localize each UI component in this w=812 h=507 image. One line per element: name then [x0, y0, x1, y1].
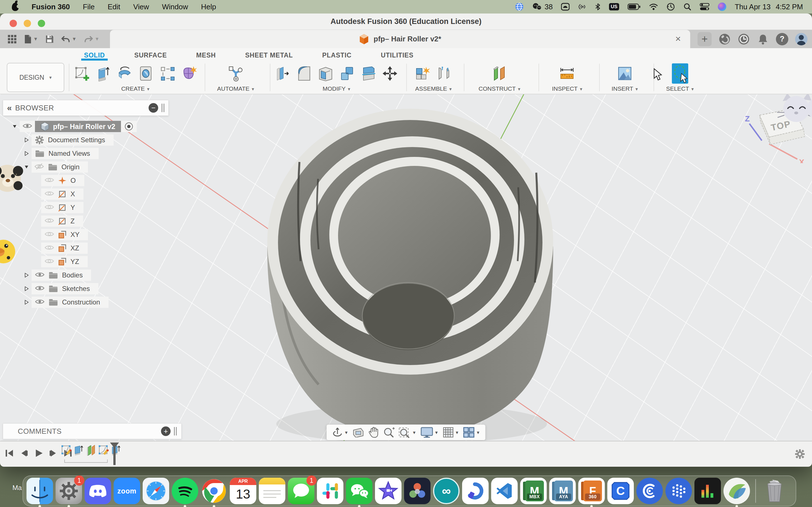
- menu-edit[interactable]: Edit: [108, 3, 120, 11]
- dock-zoom[interactable]: zoom: [114, 478, 140, 504]
- redo-icon[interactable]: ▼: [84, 35, 100, 43]
- zoom-icon[interactable]: [383, 427, 395, 438]
- add-comment-icon[interactable]: +: [161, 427, 170, 436]
- play-icon[interactable]: [34, 448, 43, 459]
- visibility-eye-icon[interactable]: [22, 123, 32, 130]
- tree-row-root[interactable]: pfp– Hair Roller v2: [3, 121, 137, 132]
- pan-hand-icon[interactable]: [368, 427, 379, 438]
- hotspot-icon[interactable]: [578, 3, 587, 11]
- comments-panel[interactable]: COMMENTS +: [3, 424, 182, 439]
- select-group-label[interactable]: SELECT: [666, 86, 694, 92]
- close-window-button[interactable]: [10, 20, 17, 27]
- measure-icon[interactable]: [559, 66, 575, 81]
- construct-group-label[interactable]: CONSTRUCT: [478, 86, 520, 92]
- insert-group-label[interactable]: INSERT: [612, 86, 638, 92]
- dock-maya[interactable]: MAYA: [549, 478, 576, 504]
- tree-row-document-settings[interactable]: Document Settings: [3, 134, 137, 146]
- extensions-icon[interactable]: [718, 33, 731, 45]
- dock-imovie[interactable]: [375, 478, 402, 504]
- collapse-panel-icon[interactable]: «: [7, 103, 11, 113]
- help-icon[interactable]: ?: [776, 33, 788, 45]
- extrude-icon[interactable]: [95, 66, 111, 81]
- profile-avatar[interactable]: [795, 33, 808, 45]
- disclosure-collapsed-icon[interactable]: [21, 151, 32, 156]
- dock-chrome[interactable]: [201, 478, 227, 504]
- feature-plane-icon[interactable]: [86, 444, 96, 458]
- dock-slack[interactable]: [317, 478, 343, 504]
- wifi-icon[interactable]: [649, 3, 658, 10]
- save-icon[interactable]: [45, 35, 54, 43]
- disclosure-collapsed-icon[interactable]: [21, 300, 32, 305]
- tree-row-xz[interactable]: XZ: [3, 242, 137, 254]
- dock-system-settings[interactable]: 1: [56, 478, 82, 504]
- move-copy-icon[interactable]: [382, 66, 398, 81]
- tree-row-y[interactable]: Y: [3, 202, 137, 213]
- select-icon[interactable]: [671, 63, 689, 84]
- joint-icon[interactable]: [436, 66, 452, 81]
- go-to-start-icon[interactable]: [4, 448, 14, 459]
- zoom-window-button[interactable]: [38, 20, 45, 27]
- visibility-eye-faded-icon[interactable]: [45, 190, 54, 198]
- viewports-icon[interactable]: ▼: [463, 427, 480, 438]
- window-title-bar[interactable]: Autodesk Fusion 360 (Education License): [0, 13, 812, 30]
- visibility-eye-faded-icon[interactable]: [45, 244, 54, 252]
- dock-mudbox[interactable]: MMBX: [520, 478, 547, 504]
- dock-audio-meter-app[interactable]: [695, 478, 721, 504]
- panel-drag-handle[interactable]: [161, 104, 164, 112]
- desktop-file-label[interactable]: Ma: [12, 484, 22, 492]
- revolve-icon[interactable]: [117, 66, 133, 81]
- viewport-canvas[interactable]: TOP Z X « BROWSER −: [0, 94, 812, 441]
- fit-zoom-icon[interactable]: ▼: [399, 427, 416, 438]
- create-sketch-icon[interactable]: [74, 66, 90, 81]
- visibility-eye-faded-icon[interactable]: [45, 177, 54, 184]
- dock-calendar[interactable]: APR13: [230, 478, 256, 504]
- timeline-playhead[interactable]: [109, 442, 119, 467]
- create-group-label[interactable]: CREATE: [121, 86, 149, 92]
- dock-wechat[interactable]: [346, 478, 372, 504]
- minimize-window-button[interactable]: [24, 20, 31, 27]
- step-back-icon[interactable]: [19, 448, 29, 459]
- dock-dots-grid-app[interactable]: [665, 478, 692, 504]
- tree-row-z[interactable]: Z: [3, 216, 137, 227]
- menu-help[interactable]: Help: [201, 3, 216, 11]
- globe-blue-icon[interactable]: [515, 3, 523, 11]
- job-status-icon[interactable]: [738, 33, 750, 45]
- root-component-row[interactable]: pfp– Hair Roller v2: [35, 121, 121, 132]
- disclosure-collapsed-icon[interactable]: [21, 273, 32, 278]
- hole-icon[interactable]: [138, 66, 154, 81]
- tree-row-sketches[interactable]: Sketches: [3, 283, 137, 294]
- browser-panel-header[interactable]: « BROWSER −: [3, 100, 168, 116]
- assemble-group-label[interactable]: ASSEMBLE: [415, 86, 452, 92]
- tab-utilities[interactable]: UTILITIES: [379, 52, 415, 59]
- menu-file[interactable]: File: [83, 3, 95, 11]
- inspect-group-label[interactable]: INSPECT: [552, 86, 582, 92]
- rectangular-pattern-icon[interactable]: [160, 66, 175, 81]
- dock-discord[interactable]: [85, 478, 111, 504]
- dock-davinci-resolve[interactable]: [404, 478, 430, 504]
- fillet-icon[interactable]: [296, 66, 312, 81]
- menu-window[interactable]: Window: [162, 3, 188, 11]
- dock-cura[interactable]: [637, 478, 663, 504]
- disclosure-collapsed-icon[interactable]: [21, 137, 32, 143]
- dock-arduino[interactable]: ∞: [433, 478, 460, 504]
- grid-settings-icon[interactable]: ▼: [442, 427, 459, 438]
- tree-row-xy[interactable]: XY: [3, 229, 137, 240]
- panel-drag-handle[interactable]: [174, 427, 177, 436]
- close-tab-icon[interactable]: ×: [672, 32, 684, 45]
- bluetooth-icon[interactable]: [595, 3, 601, 11]
- new-component-icon[interactable]: [415, 66, 430, 81]
- shell-icon[interactable]: [318, 66, 334, 81]
- timeline-settings-gear-icon[interactable]: [795, 449, 805, 460]
- new-tab-button[interactable]: +: [698, 32, 712, 46]
- combine-icon[interactable]: [339, 66, 355, 81]
- tree-row-named-views[interactable]: Named Views: [3, 148, 137, 159]
- visibility-eye-faded-icon[interactable]: [45, 204, 54, 211]
- keyboard-layout-badge[interactable]: US: [609, 3, 619, 10]
- dock-character-generator[interactable]: C: [607, 478, 634, 504]
- panel-display-options-icon[interactable]: −: [149, 103, 158, 113]
- insert-canvas-icon[interactable]: [617, 66, 633, 81]
- dock-blue-arc-app[interactable]: [462, 478, 489, 504]
- dock-trash[interactable]: [761, 478, 788, 504]
- menu-clock[interactable]: Thu Apr 134:52 PM: [735, 3, 803, 11]
- dock-notes[interactable]: [259, 478, 285, 504]
